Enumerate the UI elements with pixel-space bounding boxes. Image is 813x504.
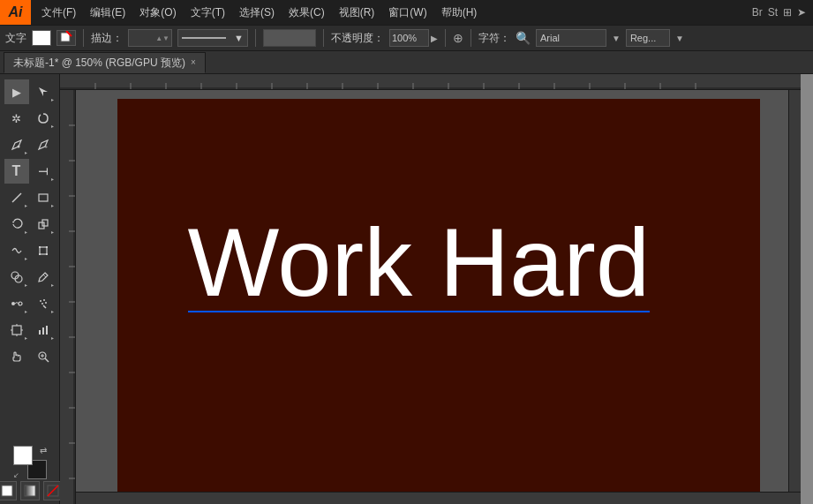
- menu-file[interactable]: 文件(F): [34, 0, 83, 25]
- font-style-dropdown-icon[interactable]: ▼: [675, 34, 684, 43]
- tool-row-2: ✲ ▸: [4, 106, 56, 131]
- svg-point-18: [19, 302, 22, 305]
- tab-label: 未标题-1* @ 150% (RGB/GPU 预览): [13, 52, 185, 73]
- menu-select[interactable]: 选择(S): [232, 0, 282, 25]
- ruler-left: [60, 90, 76, 504]
- tool-row-11: [4, 344, 56, 369]
- svg-point-17: [11, 302, 15, 305]
- font-dropdown-icon[interactable]: ▼: [612, 34, 621, 43]
- character-icon[interactable]: 🔍: [516, 31, 531, 45]
- opacity-expand-icon[interactable]: ▶: [431, 34, 438, 43]
- share-icon[interactable]: ➤: [797, 6, 806, 19]
- magic-wand-tool[interactable]: ✲: [4, 106, 29, 131]
- warp-tool[interactable]: ▸: [4, 238, 29, 263]
- font-style-input[interactable]: [626, 29, 670, 47]
- options-bar: 文字 描边： ▲▼ ▼ 不透明度： ▶ ⊕ 字符： 🔍 ▼ ▼: [0, 25, 813, 51]
- vertical-text-tool[interactable]: T ▸: [31, 159, 56, 184]
- svg-point-20: [43, 299, 45, 301]
- svg-rect-9: [40, 247, 47, 254]
- menu-view[interactable]: 视图(R): [332, 0, 382, 25]
- lasso-tool[interactable]: ▸: [31, 106, 56, 131]
- document-tab[interactable]: 未标题-1* @ 150% (RGB/GPU 预览) ×: [4, 52, 206, 73]
- fill-icon-btn[interactable]: [0, 481, 17, 500]
- svg-rect-39: [60, 74, 801, 89]
- opacity-label: 不透明度：: [331, 31, 384, 46]
- grid-icon[interactable]: ⊞: [783, 6, 792, 19]
- svg-rect-59: [60, 90, 75, 504]
- sep4: [445, 29, 446, 47]
- artboard-tool[interactable]: ▸: [4, 318, 29, 342]
- menu-effect[interactable]: 效果(C): [282, 0, 332, 25]
- bridge-icon[interactable]: Br: [752, 6, 763, 19]
- gradient-icon-btn[interactable]: [20, 481, 40, 500]
- free-transform-tool[interactable]: [31, 238, 56, 263]
- tool-row-8: ▸ ▸: [4, 265, 56, 290]
- pen-tool[interactable]: ▸: [4, 132, 29, 157]
- svg-rect-29: [42, 327, 44, 335]
- eyedropper-tool[interactable]: ▸: [31, 265, 56, 290]
- ruler-top: [60, 74, 801, 90]
- bottom-icons: [0, 481, 63, 500]
- reset-colors-icon[interactable]: ↙: [13, 471, 19, 479]
- sep1: [83, 29, 84, 47]
- svg-rect-36: [25, 485, 35, 496]
- globe-icon[interactable]: ⊕: [453, 31, 463, 45]
- selection-tool[interactable]: ▶: [4, 79, 29, 104]
- menu-edit[interactable]: 编辑(E): [83, 0, 132, 25]
- opacity-input[interactable]: [389, 29, 429, 47]
- column-graph-tool[interactable]: ▸: [31, 318, 56, 342]
- line-tool[interactable]: ▸: [4, 185, 29, 210]
- add-anchor-tool[interactable]: +: [31, 132, 56, 157]
- tool-row-5: ▸ ▸: [4, 185, 56, 210]
- svg-rect-30: [46, 326, 48, 335]
- rectangle-tool[interactable]: ▸: [31, 185, 56, 210]
- tab-close-button[interactable]: ×: [191, 52, 196, 73]
- menu-object[interactable]: 对象(O): [132, 0, 183, 25]
- blend-tool[interactable]: ▸: [4, 291, 29, 316]
- menu-help[interactable]: 帮助(H): [434, 0, 485, 25]
- svg-line-38: [48, 485, 58, 496]
- text-tool[interactable]: T: [4, 159, 29, 184]
- color-picker-icon[interactable]: [56, 30, 76, 46]
- svg-point-19: [40, 300, 41, 302]
- stroke-spinbox[interactable]: ▲▼: [128, 29, 172, 47]
- titlebar: Ai 文件(F) 编辑(E) 对象(O) 文字(T) 选择(S) 效果(C) 视…: [0, 0, 813, 25]
- zoom-tool[interactable]: [31, 344, 56, 369]
- color-swatch-input[interactable]: [263, 29, 316, 47]
- rotate-tool[interactable]: ▸: [4, 212, 29, 237]
- menu-window[interactable]: 窗口(W): [381, 0, 433, 25]
- stroke-style-select[interactable]: ▼: [177, 29, 248, 47]
- bridge-icons: Br St ⊞ ➤: [752, 6, 813, 19]
- swap-colors-icon[interactable]: ⇄: [40, 446, 47, 455]
- tab-bar: 未标题-1* @ 150% (RGB/GPU 预览) ×: [0, 51, 813, 74]
- stock-icon[interactable]: St: [768, 6, 778, 19]
- sep3: [323, 29, 324, 47]
- font-family-input[interactable]: [536, 29, 606, 47]
- tool-row-1: ▶ ▸: [4, 79, 56, 104]
- svg-rect-10: [39, 246, 41, 248]
- scale-tool[interactable]: ▸: [31, 212, 56, 237]
- svg-point-22: [45, 302, 47, 304]
- symbol-sprayer-tool[interactable]: ▸: [31, 291, 56, 316]
- tool-row-6: ▸ ▸: [4, 212, 56, 237]
- menu-bar: 文件(F) 编辑(E) 对象(O) 文字(T) 选择(S) 效果(C) 视图(R…: [31, 0, 484, 25]
- color-swatches[interactable]: ⇄ ↙: [13, 446, 47, 479]
- svg-text:+: +: [44, 144, 48, 150]
- fill-color[interactable]: [32, 30, 51, 46]
- canvas-area: Work Hard: [60, 74, 801, 504]
- horizontal-scrollbar[interactable]: [76, 492, 801, 504]
- tool-row-4: T T ▸: [4, 159, 56, 184]
- svg-marker-6: [12, 221, 15, 223]
- direct-selection-tool[interactable]: ▸: [31, 79, 56, 104]
- vertical-scrollbar[interactable]: [788, 90, 801, 492]
- menu-text[interactable]: 文字(T): [184, 0, 232, 25]
- font-label: 字符：: [478, 31, 510, 46]
- hand-tool[interactable]: [4, 344, 29, 369]
- foreground-color-swatch[interactable]: [13, 446, 33, 465]
- canvas-wrapper: Work Hard: [117, 99, 760, 496]
- canvas-text-element[interactable]: Work Hard: [188, 214, 651, 312]
- shape-builder-tool[interactable]: ▸: [4, 265, 29, 290]
- svg-line-4: [12, 193, 21, 202]
- artboard[interactable]: Work Hard: [117, 99, 760, 496]
- svg-rect-11: [46, 246, 48, 248]
